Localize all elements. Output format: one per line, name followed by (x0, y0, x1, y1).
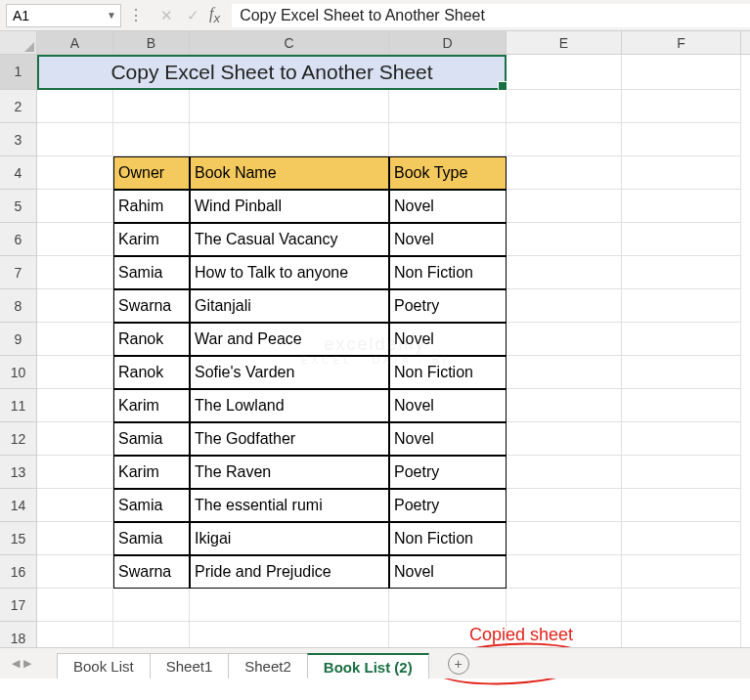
formula-input[interactable]: Copy Excel Sheet to Another Sheet (232, 4, 750, 27)
cell[interactable] (113, 123, 190, 156)
cell[interactable] (37, 123, 113, 156)
sheet-tab[interactable]: Book List (57, 653, 151, 678)
cell[interactable] (37, 323, 113, 356)
table-cell[interactable]: Novel (389, 555, 507, 589)
table-cell[interactable]: Rahim (113, 190, 190, 223)
cell[interactable] (389, 90, 507, 123)
table-cell[interactable]: Ranok (113, 323, 190, 356)
cancel-icon[interactable]: ✕ (160, 7, 173, 24)
cell[interactable] (37, 389, 113, 422)
row-header[interactable]: 9 (0, 323, 37, 356)
table-header-cell[interactable]: Book Type (389, 156, 507, 190)
cell[interactable] (622, 555, 741, 589)
cell[interactable] (507, 55, 622, 90)
cell[interactable] (37, 522, 113, 555)
col-header-D[interactable]: D (389, 31, 507, 54)
table-cell[interactable]: Gitanjali (190, 289, 389, 323)
cell[interactable] (622, 589, 741, 622)
cell[interactable] (507, 323, 622, 356)
cell[interactable] (622, 489, 741, 522)
table-cell[interactable]: Novel (389, 389, 507, 422)
row-header[interactable]: 13 (0, 456, 37, 489)
table-cell[interactable]: Novel (389, 190, 507, 223)
table-cell[interactable]: Poetry (389, 489, 507, 522)
table-cell[interactable]: The Casual Vacancy (190, 223, 389, 256)
cell[interactable] (622, 422, 741, 456)
cell[interactable] (622, 223, 741, 256)
table-cell[interactable]: Samia (113, 489, 190, 522)
new-sheet-button[interactable]: + (448, 653, 469, 675)
cell[interactable] (507, 522, 622, 555)
row-header[interactable]: 1 (0, 55, 37, 90)
table-cell[interactable]: Swarna (113, 555, 190, 589)
cell[interactable] (507, 123, 622, 156)
table-header-cell[interactable]: Book Name (190, 156, 389, 190)
cell[interactable] (37, 223, 113, 256)
table-cell[interactable]: Samia (113, 422, 190, 456)
row-header[interactable]: 3 (0, 123, 37, 156)
cell[interactable] (622, 256, 741, 289)
cell[interactable] (37, 190, 113, 223)
cell[interactable] (389, 589, 507, 622)
col-header-F[interactable]: F (622, 31, 741, 54)
merged-title-cell[interactable]: Copy Excel Sheet to Another Sheet (37, 55, 507, 90)
row-header[interactable]: 17 (0, 589, 37, 622)
cell[interactable] (507, 489, 622, 522)
table-cell[interactable]: Non Fiction (389, 356, 507, 389)
table-cell[interactable]: Wind Pinball (190, 190, 389, 223)
table-cell[interactable]: The Lowland (190, 389, 389, 422)
table-cell[interactable]: Karim (113, 456, 190, 489)
col-header-C[interactable]: C (190, 31, 389, 54)
cell[interactable] (622, 389, 741, 422)
cell[interactable] (622, 323, 741, 356)
row-header[interactable]: 10 (0, 356, 37, 389)
cell[interactable] (37, 422, 113, 456)
col-header-B[interactable]: B (113, 31, 190, 54)
cell[interactable] (37, 289, 113, 323)
row-header[interactable]: 2 (0, 90, 37, 123)
cell[interactable] (622, 123, 741, 156)
sheet-tab[interactable]: Sheet1 (150, 653, 230, 678)
cell[interactable] (622, 289, 741, 323)
cell[interactable] (507, 256, 622, 289)
cell[interactable] (507, 356, 622, 389)
cell[interactable] (622, 90, 741, 123)
row-header[interactable]: 8 (0, 289, 37, 323)
row-header[interactable]: 5 (0, 190, 37, 223)
cell[interactable] (622, 522, 741, 555)
cell[interactable] (622, 356, 741, 389)
table-cell[interactable]: Samia (113, 256, 190, 289)
cell[interactable] (507, 156, 622, 190)
row-header[interactable]: 7 (0, 256, 37, 289)
cell[interactable] (37, 90, 113, 123)
cell[interactable] (37, 356, 113, 389)
col-header-A[interactable]: A (37, 31, 113, 54)
table-cell[interactable]: Samia (113, 522, 190, 555)
name-box-dropdown-icon[interactable]: ▼ (107, 10, 116, 21)
cell[interactable] (507, 190, 622, 223)
table-cell[interactable]: Novel (389, 323, 507, 356)
col-header-E[interactable]: E (507, 31, 622, 54)
table-cell[interactable]: The Raven (190, 456, 389, 489)
row-header[interactable]: 16 (0, 555, 37, 589)
select-all-corner[interactable] (0, 31, 37, 54)
table-header-cell[interactable]: Owner (113, 156, 190, 190)
cell[interactable] (622, 190, 741, 223)
table-cell[interactable]: Ikigai (190, 522, 389, 555)
cell[interactable] (37, 256, 113, 289)
cell[interactable] (37, 156, 113, 190)
table-cell[interactable]: Pride and Prejudice (190, 555, 389, 589)
row-header[interactable]: 14 (0, 489, 37, 522)
table-cell[interactable]: How to Talk to anyone (190, 256, 389, 289)
table-cell[interactable]: The Godfather (190, 422, 389, 456)
row-header[interactable]: 4 (0, 156, 37, 190)
fx-icon[interactable]: fx (209, 5, 232, 25)
tab-nav-arrows[interactable]: ◀ ▶ (0, 657, 37, 670)
cell[interactable] (190, 589, 389, 622)
table-cell[interactable]: Novel (389, 422, 507, 456)
cell[interactable] (507, 90, 622, 123)
sheet-tab[interactable]: Book List (2) (307, 653, 429, 678)
cell[interactable] (113, 589, 190, 622)
cell[interactable] (113, 90, 190, 123)
table-cell[interactable]: Poetry (389, 289, 507, 323)
